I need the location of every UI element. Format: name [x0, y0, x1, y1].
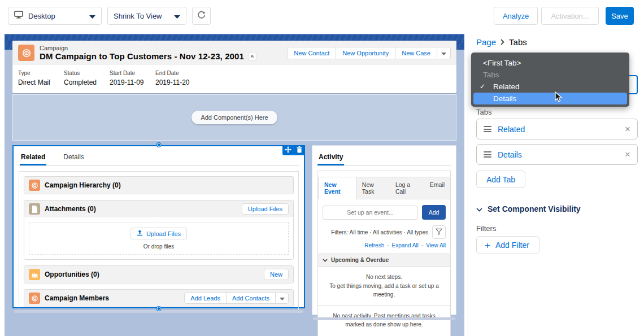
file-drop-area: Upload Files Or drop files: [29, 222, 289, 255]
move-component-button[interactable]: [282, 145, 294, 155]
composer-tab-email[interactable]: Email: [424, 177, 450, 199]
entity-label: Campaign: [40, 45, 256, 51]
tabs-component-selected[interactable]: Related Details Campaign Hierarchy (0): [12, 145, 305, 308]
view-mode-label: Shrink To View: [114, 12, 162, 20]
campaign-icon: [29, 180, 40, 191]
dropdown-option-related[interactable]: ✓ Related: [473, 81, 627, 93]
new-contact-button[interactable]: New Contact: [287, 47, 336, 59]
desktop-monitor-icon: [14, 11, 23, 21]
event-subject-input[interactable]: [323, 206, 418, 220]
record-tabbar: Related Details: [19, 149, 299, 166]
composer-tab-log-a-call[interactable]: Log a Call: [390, 177, 424, 199]
record-title: DM Campaign to Top Customers - Nov 12-23…: [40, 51, 244, 61]
activity-component[interactable]: Activity New Event New Task Log a Call E…: [312, 145, 456, 315]
check-icon: ✓: [480, 81, 485, 93]
record-action-group: New Contact New Opportunity New Case: [287, 47, 451, 59]
tab-related[interactable]: Related: [20, 149, 46, 165]
remove-tab-button[interactable]: ×: [625, 124, 630, 134]
refresh-button[interactable]: [192, 7, 211, 25]
funnel-icon: [436, 228, 442, 237]
title-badge-icon: A: [248, 52, 256, 60]
component-dropzone: Add Component(s) Here: [12, 94, 456, 141]
activation-button: Activation...: [541, 7, 599, 25]
related-list-campaign-hierarchy: Campaign Hierarchy (0): [24, 176, 294, 194]
analyze-button[interactable]: Analyze: [494, 7, 538, 25]
member-more-actions-button[interactable]: [275, 293, 289, 304]
related-list-title: Attachments (0): [45, 205, 96, 213]
tab-item-related[interactable]: Related ×: [476, 119, 638, 139]
opportunity-icon: [29, 269, 40, 280]
field-end-date: End Date 2019-11-20: [155, 70, 201, 86]
activity-links: Refresh · Expand All · View All: [318, 239, 450, 254]
highlights-panel-component[interactable]: Campaign DM Campaign to Top Customers - …: [12, 41, 456, 93]
plus-icon: +: [485, 241, 490, 250]
delete-component-button[interactable]: [294, 145, 305, 155]
upcoming-overdue-section[interactable]: Upcoming & Overdue: [318, 254, 450, 267]
breadcrumb-page-link[interactable]: Page: [476, 37, 496, 47]
trash-icon: [297, 146, 302, 155]
activity-tabbar: Activity: [317, 149, 451, 166]
upload-files-button[interactable]: Upload Files: [242, 203, 289, 215]
refresh-link[interactable]: Refresh: [364, 242, 384, 248]
new-case-button[interactable]: New Case: [395, 47, 437, 59]
related-list-title: Opportunities (0): [45, 270, 99, 278]
activity-composer: New Event New Task Log a Call Email Add …: [317, 171, 451, 336]
chevron-down-icon: [174, 11, 180, 21]
related-list-title: Campaign Hierarchy (0): [45, 181, 121, 189]
new-opportunity-list-button[interactable]: New: [264, 269, 289, 280]
save-button[interactable]: Save: [606, 7, 634, 25]
tab-item-details[interactable]: Details ×: [476, 144, 638, 165]
drag-handle-icon[interactable]: [484, 151, 491, 158]
view-mode-selector[interactable]: Shrink To View: [107, 7, 186, 25]
composer-tab-new-event[interactable]: New Event: [318, 177, 356, 199]
related-list-campaign-members: Campaign Members Add Leads Add Contacts: [24, 289, 294, 307]
breadcrumb: Page Tabs: [476, 37, 527, 47]
selection-handle-top[interactable]: [157, 143, 161, 147]
add-event-button[interactable]: Add: [422, 205, 446, 220]
related-list-attachments: Attachments (0) Upload Files Upload File…: [24, 200, 294, 260]
view-all-link[interactable]: View All: [426, 242, 446, 248]
upload-files-inner-button[interactable]: Upload Files: [130, 228, 187, 239]
property-inspector-panel: Page Tabs <First Tab> Tabs ✓ Related Det…: [468, 32, 644, 336]
tab-details[interactable]: Details: [62, 149, 85, 165]
drag-handle-icon[interactable]: [484, 126, 491, 132]
chevron-down-icon: [280, 295, 285, 302]
new-opportunity-button[interactable]: New Opportunity: [336, 47, 395, 59]
add-contacts-button[interactable]: Add Contacts: [226, 293, 276, 304]
activity-filters-summary: Filters: All time · All activities · All…: [331, 229, 428, 235]
add-tab-button[interactable]: Add Tab: [476, 171, 525, 188]
field-type: Type Direct Mail: [18, 70, 64, 86]
dropdown-option-details[interactable]: Details: [473, 93, 627, 104]
chevron-right-icon: [501, 37, 504, 47]
composer-tab-new-task[interactable]: New Task: [356, 177, 390, 199]
expand-all-link[interactable]: Expand All: [392, 242, 419, 248]
dropdown-option-first-tab[interactable]: <First Tab>: [473, 57, 627, 69]
breadcrumb-current: Tabs: [509, 37, 527, 47]
add-component-button[interactable]: Add Component(s) Here: [192, 111, 277, 124]
file-icon: [29, 203, 40, 215]
dropdown-group-label: Tabs: [473, 69, 627, 81]
chevron-down-icon: [476, 204, 482, 213]
related-list-opportunities: Opportunities (0) New: [24, 265, 294, 283]
upload-icon: [137, 230, 143, 237]
tabs-section-label: Tabs: [476, 108, 491, 116]
device-selector[interactable]: Desktop: [8, 7, 102, 25]
field-status: Status Completed: [64, 70, 110, 86]
tab-activity[interactable]: Activity: [317, 149, 344, 165]
selection-handle-bottom[interactable]: [157, 307, 161, 311]
builder-canvas: Campaign DM Campaign to Top Customers - …: [0, 32, 468, 336]
component-action-chip: [282, 145, 305, 155]
add-leads-button[interactable]: Add Leads: [184, 293, 227, 304]
campaign-members-icon: [29, 293, 40, 304]
add-filter-button[interactable]: + Add Filter: [476, 236, 539, 254]
filter-button[interactable]: [432, 225, 446, 239]
no-past-activity-message: No past activity. Past meetings and task…: [318, 306, 450, 336]
horizontal-scrollbar[interactable]: [313, 317, 455, 320]
field-start-date: Start Date 2019-11-09: [110, 70, 155, 86]
no-next-steps-message: No next steps. To get things moving, add…: [318, 267, 450, 306]
tab-label-dropdown: <First Tab> Tabs ✓ Related Details: [471, 53, 629, 107]
related-lists-container: Campaign Hierarchy (0) Attachments (0) U: [19, 171, 299, 312]
set-component-visibility-section[interactable]: Set Component Visibility: [476, 204, 581, 213]
remove-tab-button[interactable]: ×: [625, 150, 630, 159]
more-actions-button[interactable]: [437, 47, 451, 59]
